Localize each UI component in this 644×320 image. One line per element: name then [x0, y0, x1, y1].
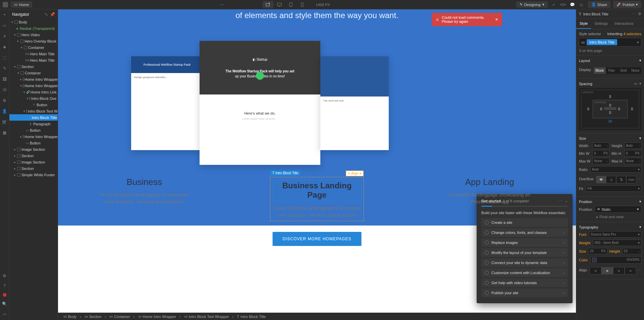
overflow-visible-icon[interactable]: 👁 — [596, 176, 606, 183]
components-icon[interactable]: ◈ — [2, 44, 7, 50]
chevron-down-icon[interactable]: ▾ — [637, 40, 639, 45]
color-input[interactable]: #2e3241 — [590, 256, 641, 264]
gs-item[interactable]: Replace images› — [481, 238, 568, 247]
tree-navbar[interactable]: ◈Navbar (Transparent) — [9, 25, 58, 31]
section-spacing[interactable]: Spacing▭▾ — [579, 81, 641, 86]
maxw-input[interactable]: None- — [592, 158, 609, 164]
tree-section[interactable]: ▸Section — [9, 152, 58, 159]
video-icon[interactable]: ▭ — [2, 311, 7, 317]
align-left-icon[interactable]: ≡ — [590, 267, 601, 274]
tab-interactions[interactable]: Interactions — [611, 19, 637, 29]
minh-input[interactable]: 0PX — [624, 150, 641, 156]
gs-item[interactable]: Publish your site› — [481, 289, 568, 297]
display-flex[interactable]: Flex — [606, 67, 618, 74]
tree-hero-video[interactable]: ▾Hero Video — [9, 31, 58, 38]
inheriting-info[interactable]: Inheriting 4 selectors — [607, 32, 641, 36]
minw-input[interactable]: 0PX — [592, 150, 609, 156]
selection-label[interactable]: TIntro Block Title — [270, 171, 300, 176]
users-icon[interactable]: 👤 — [2, 109, 7, 114]
gs-item[interactable]: Change colors, fonts, and classes› — [481, 228, 568, 237]
audit-icon[interactable] — [3, 293, 6, 297]
assets-icon[interactable]: 🖼 — [2, 76, 7, 82]
fit-input[interactable]: Fill▾ — [586, 185, 641, 192]
tree-wrapper[interactable]: ▸Home Intro Wrapper — [9, 133, 58, 140]
tree-button[interactable]: ▭Button — [9, 140, 58, 146]
overflow-hidden-icon[interactable]: ⦸ — [606, 176, 616, 183]
comment-icon[interactable]: 💬 — [569, 1, 576, 8]
close-icon[interactable]: ✕ — [495, 17, 498, 22]
ratio-input[interactable]: Auto▾ — [590, 166, 641, 173]
tree-h1[interactable]: H1Hero Main Title — [9, 51, 58, 57]
publish-button[interactable]: 🚀 Publish ▾ — [613, 1, 641, 8]
logic-icon[interactable]: ⚙ — [2, 98, 7, 103]
breakpoint-desktop-icon[interactable] — [274, 1, 285, 8]
tree-wrapper[interactable]: ▸Home Intro Wrapper — [9, 76, 58, 82]
overflow-auto[interactable]: Auto — [626, 176, 636, 183]
width-input[interactable]: Auto- — [592, 142, 609, 149]
add-icon[interactable]: + — [2, 12, 7, 17]
section-typography[interactable]: Typography▾ — [579, 225, 641, 229]
tree-container[interactable]: ▾Container — [9, 44, 58, 51]
webflow-logo[interactable] — [3, 2, 8, 7]
breakpoint-mobile-icon[interactable] — [297, 1, 308, 8]
crumb[interactable]: ▭Home Intro Wrapper — [136, 314, 178, 319]
crumb[interactable]: ▭Container — [107, 314, 132, 319]
tree-body[interactable]: ▾Body — [9, 19, 58, 25]
cms-icon[interactable]: ⛁ — [2, 87, 7, 92]
more-icon[interactable]: ⋯ — [632, 12, 636, 16]
section-layout[interactable]: Layout▾ — [579, 58, 641, 63]
navigator-icon[interactable]: ≡ — [2, 34, 7, 39]
gs-item[interactable]: Connect your site to dynamic data› — [481, 258, 568, 267]
tree-container[interactable]: ▾Container — [9, 70, 58, 76]
display-block[interactable]: Block — [594, 67, 605, 74]
tree-image-section[interactable]: ▸Image Section — [9, 159, 58, 165]
more-icon[interactable]: ⋯ — [638, 268, 641, 272]
crumb[interactable]: ▭Intro Block Text Wrapper — [182, 314, 231, 319]
tree-paragraph[interactable]: ¶Paragraph — [9, 121, 58, 127]
breakpoint-add-icon[interactable] — [263, 1, 273, 8]
crumb[interactable]: TIntro Block Title — [235, 315, 268, 319]
code-icon[interactable]: </> — [560, 1, 567, 8]
tree-intro-title[interactable]: TIntro Block Title — [9, 114, 58, 121]
selector-pill[interactable]: Intro Block Title — [587, 39, 617, 45]
canvas-width[interactable]: 1458 PX — [316, 3, 330, 7]
tree-footer[interactable]: ▸Simple White Footer — [9, 172, 58, 178]
tree-hero-overlay[interactable]: ▾Hero Overlay Block — [9, 38, 58, 44]
template-preview-left[interactable]: Professional Webflow Startup Pack Design… — [131, 56, 203, 150]
more-icon[interactable]: ⋯ — [638, 177, 641, 181]
cta-button[interactable]: DISCOVER MORE HOMEPAGES — [273, 232, 362, 246]
page-menu[interactable]: ▭ Home — [11, 1, 32, 8]
tree-button[interactable]: TButton — [9, 102, 58, 108]
close-icon[interactable]: ✕ — [597, 207, 600, 211]
styles-icon[interactable]: ✎ — [2, 66, 7, 71]
status-check-icon[interactable]: ✓ — [550, 1, 557, 8]
share-button[interactable]: 👤 Share — [588, 1, 610, 8]
display-grid[interactable]: Grid — [618, 67, 629, 74]
align-menu[interactable]: ≡Align▾ — [346, 171, 364, 176]
spacing-editor[interactable]: MARGIN 0 0 PADDING 0 00 0 0 — [579, 88, 641, 130]
tree-textwrap[interactable]: ▾Intro Block Text W — [9, 108, 58, 114]
tree-section[interactable]: ▸Section — [9, 165, 58, 172]
position-select[interactable]: ✕Static▾ — [595, 206, 641, 213]
tree-wrapper[interactable]: ▾Home Intro Wrapper — [9, 82, 58, 89]
instances-count[interactable]: 3 on this page — [579, 49, 641, 53]
display-none[interactable]: None — [630, 67, 641, 74]
crumb[interactable]: ▭Section — [83, 314, 104, 319]
tree-button[interactable]: ▭Button — [9, 127, 58, 133]
font-select[interactable]: Source Sans Pro▾ — [589, 231, 641, 238]
maxh-input[interactable]: None- — [624, 158, 641, 164]
apps-icon[interactable]: ▦ — [2, 130, 7, 135]
tab-settings[interactable]: Settings — [591, 19, 611, 29]
tree-linkblock[interactable]: ▾🔗Home Intro Link B — [9, 89, 58, 95]
search-icon[interactable]: 🔍 — [2, 301, 7, 307]
breakpoint-tablet-icon[interactable] — [285, 1, 296, 8]
spacing-mode-icon[interactable]: ▭ — [634, 81, 637, 86]
selected-heading[interactable]: Business Landing Page — [272, 179, 362, 201]
tab-style[interactable]: Style — [576, 19, 591, 29]
collapse-icon[interactable]: ⤡ — [45, 12, 48, 17]
variables-icon[interactable]: ⬚ — [2, 55, 7, 60]
pin-icon[interactable]: 📌 — [50, 12, 55, 17]
pages-icon[interactable]: ▭ — [2, 23, 7, 28]
tree-section[interactable]: ▾Section — [9, 63, 58, 70]
gs-item[interactable]: Modify the layout of your template› — [481, 248, 568, 257]
